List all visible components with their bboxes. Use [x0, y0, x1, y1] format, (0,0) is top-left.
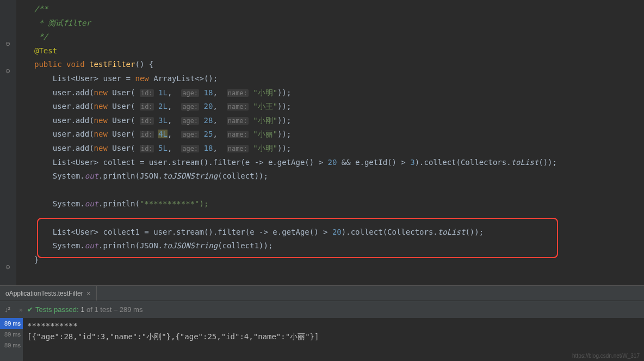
editor-gutter: ⊖ ⊖ ⊖	[0, 0, 16, 285]
param-hint-name: name:	[227, 89, 249, 97]
result-time[interactable]: 89 ms	[0, 340, 23, 351]
javadoc-close: */	[34, 32, 48, 41]
test-status-bar: ↓² » ✔ Tests passed: 1 of 1 test – 289 m…	[0, 301, 644, 318]
kw-void: void	[66, 60, 85, 69]
watermark: https://blog.csdn.net/W_317	[572, 353, 640, 359]
tab-label: oApplicationTests.testFilter	[5, 290, 83, 297]
close-icon[interactable]: ×	[86, 289, 91, 298]
javadoc-open: /**	[34, 4, 48, 13]
code-editor[interactable]: ⊖ ⊖ ⊖ /** * 测试filter */ @Test public voi…	[0, 0, 644, 285]
fold-icon[interactable]: ⊖	[5, 39, 12, 46]
code-content: /** * 测试filter */ @Test public void test…	[0, 0, 644, 267]
fold-icon[interactable]: ⊖	[5, 262, 12, 269]
fold-icon[interactable]: ⊖	[5, 66, 12, 73]
javadoc-body: * 测试filter	[34, 19, 91, 27]
method-name: testFilter	[89, 60, 135, 69]
result-time[interactable]: 89 ms	[0, 318, 23, 329]
toggle-icon[interactable]: ↓²	[4, 305, 10, 314]
output-line: ***********	[27, 320, 640, 331]
run-tab-bar: oApplicationTests.testFilter ×	[0, 285, 644, 301]
param-hint-id: id:	[140, 89, 154, 97]
kw-public: public	[34, 60, 62, 69]
check-icon: ✔	[27, 305, 33, 314]
separator: »	[19, 305, 23, 314]
status-text: Tests passed: 1 of 1 test – 289 ms	[35, 305, 143, 314]
test-results: 89 ms 89 ms 89 ms *********** [{"age":28…	[0, 318, 644, 361]
output-line: [{"age":28,"id":3,"name":"小刚"},{"age":25…	[27, 331, 640, 342]
run-tab[interactable]: oApplicationTests.testFilter ×	[0, 286, 97, 301]
param-hint-age: age:	[181, 89, 199, 97]
results-tree[interactable]: 89 ms 89 ms 89 ms	[0, 318, 23, 361]
result-time[interactable]: 89 ms	[0, 329, 23, 340]
selected-text: 4L	[158, 130, 168, 138]
test-annotation: @Test	[34, 46, 57, 55]
console-output[interactable]: *********** [{"age":28,"id":3,"name":"小刚…	[23, 318, 644, 361]
